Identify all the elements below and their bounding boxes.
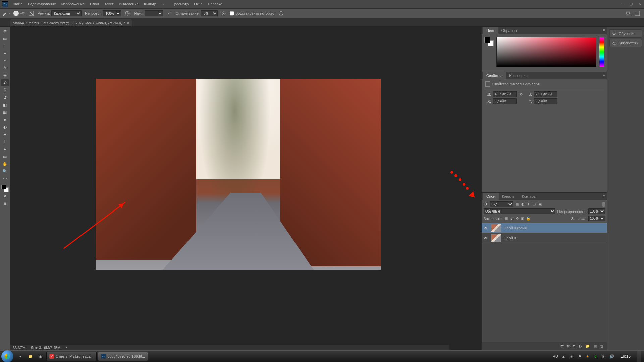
layer-thumbnail[interactable] — [491, 234, 501, 242]
crop-tool[interactable]: ✂ — [1, 57, 9, 64]
window-maximize-icon[interactable]: ▢ — [629, 1, 633, 6]
filter-adjust-icon[interactable]: ◐ — [521, 202, 525, 206]
close-tab-icon[interactable]: × — [127, 21, 129, 25]
canvas-area[interactable] — [10, 27, 481, 350]
lock-transparent-icon[interactable]: ▦ — [504, 216, 508, 221]
width-value[interactable]: 4.27 дюйм — [493, 91, 517, 97]
adjustment-layer-icon[interactable]: ◐ — [579, 344, 582, 348]
tray-volume-icon[interactable]: 🔊 — [609, 354, 614, 359]
tray-network-icon[interactable]: ◈ — [569, 354, 574, 359]
layer-mask-icon[interactable]: ◘ — [573, 344, 575, 348]
zoom-level[interactable]: 66.67% — [13, 346, 25, 350]
tab-paths[interactable]: Контуры — [519, 193, 540, 200]
menu-help[interactable]: Справка — [205, 0, 225, 8]
taskbar-chrome-icon[interactable]: ◉ — [36, 352, 45, 361]
taskbar-task[interactable]: Y Ответы Mail.ru: зада... — [46, 352, 97, 361]
tray-shield-icon[interactable]: ⛨ — [601, 354, 606, 359]
path-select-tool[interactable]: ▸ — [1, 146, 9, 153]
zoom-tool[interactable]: 🔍 — [1, 168, 9, 175]
filter-toggle[interactable] — [602, 202, 605, 207]
smoothing-gear-icon[interactable] — [221, 11, 226, 16]
blend-mode-select[interactable]: Обычные — [484, 208, 555, 214]
brush-tool[interactable]: 🖌 — [1, 79, 9, 86]
menu-select[interactable]: Выделение — [116, 0, 141, 8]
smoothing-select[interactable]: 0% — [201, 10, 218, 16]
color-swatches[interactable] — [1, 185, 9, 192]
panel-menu-icon[interactable]: ≡ — [603, 73, 605, 77]
brush-preview-icon[interactable] — [13, 11, 19, 16]
height-value[interactable]: 2.91 дюйм — [534, 91, 557, 97]
tray-action-icon[interactable]: ⚑ — [577, 354, 582, 359]
tab-channels[interactable]: Каналы — [499, 193, 519, 200]
edit-toolbar-icon[interactable]: ⋯ — [1, 175, 9, 182]
filter-pixel-icon[interactable]: ▦ — [515, 202, 519, 206]
document-tab[interactable]: 5bdd4679cf9cf166d85b4bfa.jpg @ 66,7% (Сл… — [10, 19, 132, 26]
document-canvas[interactable] — [96, 79, 381, 270]
tray-app-icon[interactable]: ✦ — [585, 354, 590, 359]
tray-clock[interactable]: 19:15 — [621, 354, 631, 359]
layer-row[interactable]: 👁 Слой 0 копия — [482, 223, 607, 233]
eraser-tool[interactable]: ◧ — [1, 102, 9, 108]
hand-tool[interactable]: ✋ — [1, 161, 9, 167]
type-tool[interactable]: T — [1, 138, 9, 145]
tab-properties[interactable]: Свойства — [483, 72, 506, 79]
healing-tool[interactable]: ✚ — [1, 72, 9, 79]
workspace-icon[interactable] — [635, 11, 640, 16]
lock-position-icon[interactable]: ✥ — [516, 216, 519, 221]
collapsed-learn[interactable]: Обучение — [609, 29, 642, 38]
show-desktop-button[interactable] — [637, 351, 641, 362]
new-layer-icon[interactable]: ▤ — [593, 344, 597, 348]
tab-color[interactable]: Цвет — [483, 27, 498, 34]
menu-filter[interactable]: Фильтр — [141, 0, 159, 8]
menu-3d[interactable]: 3D — [159, 0, 169, 8]
pen-tool[interactable]: ✒ — [1, 131, 9, 138]
menu-image[interactable]: Изображение — [59, 0, 87, 8]
clone-tool[interactable]: ⎘ — [1, 87, 9, 94]
tab-adjust[interactable]: Коррекция — [506, 72, 531, 79]
filter-shape-icon[interactable]: ▢ — [532, 202, 536, 206]
pressure-opacity-icon[interactable] — [124, 10, 130, 16]
restore-history-checkbox[interactable] — [230, 10, 234, 16]
shape-tool[interactable]: ▭ — [1, 153, 9, 160]
visibility-icon[interactable]: 👁 — [484, 226, 488, 230]
tab-swatches[interactable]: Образцы — [498, 27, 520, 34]
blur-tool[interactable]: ● — [1, 116, 9, 123]
link-layers-icon[interactable]: ⇄ — [560, 344, 564, 348]
screen-mode-tool[interactable]: ⊞ — [1, 200, 9, 207]
rect-marquee-tool[interactable]: ▭ — [1, 35, 9, 42]
x-value[interactable]: 0 дюйм — [493, 98, 517, 104]
quick-select-tool[interactable]: ✦ — [1, 50, 9, 57]
menu-edit[interactable]: Редактирование — [25, 0, 59, 8]
layer-name[interactable]: Слой 0 — [504, 236, 516, 240]
hue-slider[interactable] — [599, 37, 604, 67]
tab-layers[interactable]: Слои — [483, 193, 499, 200]
eyedropper-tool[interactable]: ✎ — [1, 65, 9, 71]
start-button[interactable] — [1, 350, 13, 362]
status-chevron-icon[interactable]: ▸ — [66, 346, 67, 349]
taskbar-task[interactable]: Ps 5bdd4679cf9cf166d8... — [98, 352, 148, 361]
layer-filter-select[interactable]: Вид — [490, 201, 513, 207]
lock-artboard-icon[interactable]: ▣ — [521, 216, 524, 221]
filter-type-icon[interactable]: T — [527, 202, 530, 206]
search-icon[interactable] — [626, 11, 631, 16]
tray-up-icon[interactable]: ▴ — [561, 354, 566, 359]
opacity-select[interactable]: 100% — [103, 10, 121, 16]
layer-style-icon[interactable]: fx — [567, 344, 570, 348]
menu-layers[interactable]: Слои — [87, 0, 102, 8]
lock-pixels-icon[interactable]: 🖌 — [510, 217, 514, 221]
layer-name[interactable]: Слой 0 копия — [504, 226, 527, 230]
tray-lang[interactable]: RU — [553, 354, 558, 358]
filter-smart-icon[interactable]: ▣ — [538, 202, 542, 206]
pressure-size-icon[interactable] — [278, 10, 284, 16]
blend-mode-select[interactable]: Карандаш — [51, 10, 82, 16]
lock-all-icon[interactable]: 🔒 — [526, 216, 531, 221]
dodge-tool[interactable]: ◐ — [1, 124, 9, 130]
brush-tool-icon[interactable] — [2, 11, 7, 16]
tray-app-icon[interactable]: ↯ — [593, 354, 598, 359]
menu-text[interactable]: Текст — [102, 0, 116, 8]
delete-layer-icon[interactable]: 🗑 — [600, 344, 604, 348]
color-preview[interactable] — [484, 37, 494, 46]
collapsed-libraries[interactable]: Библиотеки — [609, 39, 642, 47]
menu-file[interactable]: Файл — [11, 0, 25, 8]
window-minimize-icon[interactable]: ─ — [620, 1, 625, 6]
